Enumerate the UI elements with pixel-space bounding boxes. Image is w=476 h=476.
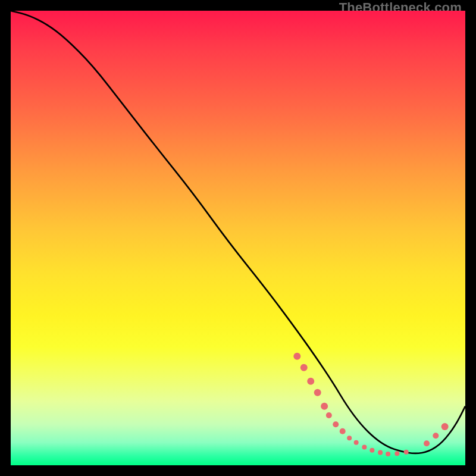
data-marker (394, 451, 399, 456)
data-marker (293, 353, 300, 360)
data-marker (354, 440, 359, 445)
data-marker (378, 450, 383, 455)
data-marker (314, 389, 321, 396)
data-marker (362, 444, 367, 449)
data-marker (307, 378, 314, 385)
data-marker (300, 364, 308, 371)
data-marker (386, 452, 390, 456)
chart-stage: TheBottleneck.com (0, 0, 476, 476)
data-marker (404, 450, 409, 455)
data-marker (433, 433, 439, 439)
curve-path (11, 11, 465, 453)
overlay-svg (11, 11, 465, 465)
data-marker (340, 428, 346, 434)
data-marker (441, 423, 449, 430)
data-marker (424, 440, 430, 446)
data-marker (333, 421, 339, 427)
plot-area (11, 11, 465, 465)
data-marker (347, 436, 352, 440)
data-marker (326, 412, 332, 418)
data-marker (321, 403, 328, 410)
marker-group (293, 353, 448, 456)
data-marker (369, 448, 374, 453)
